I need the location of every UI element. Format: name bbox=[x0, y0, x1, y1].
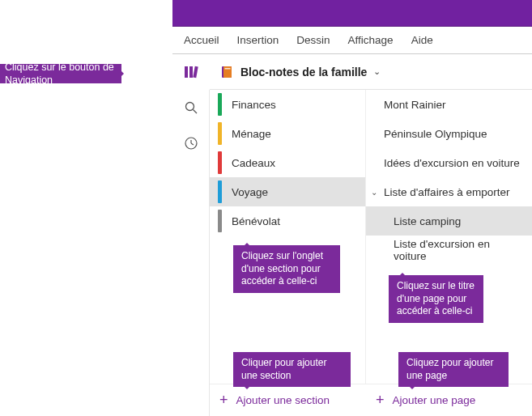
navigation-button[interactable] bbox=[172, 54, 210, 90]
ribbon: Accueil Insertion Dessin Affichage Aide bbox=[172, 27, 532, 54]
ribbon-tab-aide[interactable]: Aide bbox=[411, 34, 433, 46]
section-item[interactable]: Cadeaux bbox=[210, 148, 365, 177]
sections-column: FinancesMénageCadeauxVoyageBénévolat bbox=[210, 90, 366, 384]
page-item[interactable]: Mont Rainier bbox=[366, 90, 532, 119]
add-page-button[interactable]: + Ajouter une page bbox=[366, 384, 532, 416]
plus-icon: + bbox=[376, 392, 385, 409]
section-color-indicator bbox=[218, 151, 222, 174]
svg-rect-1 bbox=[189, 66, 193, 78]
section-color-indicator bbox=[218, 180, 222, 203]
notebook-icon bbox=[219, 65, 234, 79]
pages-column: Mont RainierPéninsule OlympiqueIdées d'e… bbox=[366, 90, 532, 384]
svg-point-3 bbox=[185, 103, 194, 111]
section-label: Finances bbox=[232, 99, 276, 111]
add-section-label: Ajouter une section bbox=[236, 394, 330, 406]
callout-navigation: Cliquez sur le bouton de Navigation bbox=[0, 64, 121, 83]
recent-button[interactable] bbox=[172, 125, 210, 161]
page-item[interactable]: Liste d'excursion en voiture bbox=[366, 236, 532, 265]
ribbon-tab-insertion[interactable]: Insertion bbox=[237, 34, 279, 46]
notebook-title: Bloc-notes de la famille bbox=[240, 66, 367, 79]
page-label: Mont Rainier bbox=[384, 99, 446, 111]
search-icon bbox=[184, 100, 198, 115]
page-label: Liste d'affaires à emporter bbox=[384, 186, 509, 198]
section-color-indicator bbox=[218, 93, 222, 116]
svg-rect-10 bbox=[225, 68, 231, 70]
page-item[interactable]: Idées d'excursion en voiture bbox=[366, 148, 532, 177]
callout-section-tab: Cliquez sur l'onglet d'une section pour … bbox=[233, 245, 340, 293]
navigation-pane: FinancesMénageCadeauxVoyageBénévolat Mon… bbox=[210, 90, 532, 384]
svg-rect-0 bbox=[185, 66, 188, 78]
clock-icon bbox=[184, 136, 198, 151]
chevron-down-icon: ⌄ bbox=[373, 66, 381, 77]
page-label: Péninsule Olympique bbox=[384, 128, 487, 140]
section-label: Voyage bbox=[232, 186, 268, 198]
search-button[interactable] bbox=[172, 90, 210, 125]
callout-add-section: Cliquer pour ajouter une section bbox=[233, 352, 351, 387]
left-rail bbox=[172, 54, 210, 416]
callout-page-title: Cliquez sur le titre d'une page pour acc… bbox=[389, 275, 483, 323]
ribbon-tab-dessin[interactable]: Dessin bbox=[296, 34, 330, 46]
ribbon-tab-affichage[interactable]: Affichage bbox=[348, 34, 394, 46]
section-color-indicator bbox=[218, 210, 222, 232]
section-label: Ménage bbox=[232, 128, 271, 140]
ribbon-tab-accueil[interactable]: Accueil bbox=[184, 34, 219, 46]
page-label: Liste camping bbox=[394, 215, 461, 227]
section-item[interactable]: Bénévolat bbox=[210, 206, 365, 236]
svg-line-4 bbox=[193, 110, 197, 114]
section-color-indicator bbox=[218, 122, 222, 145]
section-item[interactable]: Voyage bbox=[210, 177, 365, 206]
svg-rect-2 bbox=[193, 66, 198, 78]
page-item[interactable]: Liste camping bbox=[366, 206, 532, 236]
add-page-label: Ajouter une page bbox=[393, 394, 476, 406]
page-label: Liste d'excursion en voiture bbox=[394, 238, 526, 262]
section-item[interactable]: Finances bbox=[210, 90, 365, 119]
notebook-picker[interactable]: Bloc-notes de la famille ⌄ bbox=[210, 54, 532, 90]
svg-line-7 bbox=[191, 143, 194, 145]
title-bar bbox=[172, 0, 532, 27]
navigation-icon bbox=[183, 64, 199, 80]
chevron-down-icon: ⌄ bbox=[371, 188, 377, 197]
add-section-button[interactable]: + Ajouter une section bbox=[210, 384, 366, 416]
page-item[interactable]: Péninsule Olympique bbox=[366, 119, 532, 148]
page-item[interactable]: ⌄Liste d'affaires à emporter bbox=[366, 177, 532, 206]
section-item[interactable]: Ménage bbox=[210, 119, 365, 148]
callout-add-page: Cliquez pour ajouter une page bbox=[398, 352, 509, 387]
section-label: Cadeaux bbox=[232, 157, 275, 169]
section-label: Bénévolat bbox=[232, 215, 280, 227]
plus-icon: + bbox=[219, 392, 228, 409]
page-label: Idées d'excursion en voiture bbox=[384, 157, 520, 169]
